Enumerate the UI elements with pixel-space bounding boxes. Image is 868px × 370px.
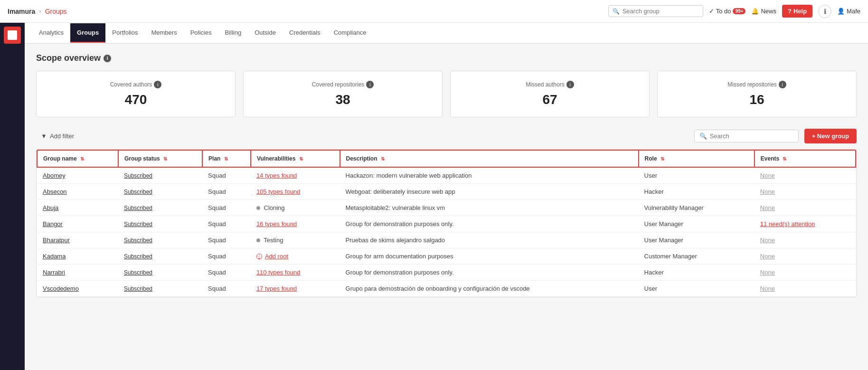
- col-role[interactable]: Role ⇅: [639, 150, 755, 167]
- groups-table: Group name ⇅ Group status ⇅ Plan ⇅ Vulne…: [36, 149, 857, 297]
- covered-authors-label: Covered authors i: [110, 81, 162, 88]
- cell-group-status: Subscribed: [118, 248, 202, 265]
- tab-billing[interactable]: Billing: [218, 23, 248, 43]
- cell-vulnerabilities: ○Add root: [251, 248, 340, 265]
- cell-description: Group for demonstration purposes only.: [340, 265, 639, 281]
- global-search-input[interactable]: [623, 8, 699, 15]
- global-search-box[interactable]: 🔍: [608, 5, 703, 17]
- tab-portfolios[interactable]: Portfolios: [105, 23, 144, 43]
- user-menu-button[interactable]: 👤 Mafe: [837, 8, 860, 15]
- status-badge[interactable]: Subscribed: [124, 253, 152, 260]
- cell-role: User: [639, 281, 755, 297]
- events-link[interactable]: None: [760, 269, 775, 276]
- cell-events: None: [755, 248, 856, 265]
- vulnerabilities-link[interactable]: 17 types found: [256, 285, 297, 292]
- col-description[interactable]: Description ⇅: [340, 150, 639, 167]
- col-group-name[interactable]: Group name ⇅: [37, 150, 118, 167]
- events-link[interactable]: None: [760, 253, 775, 260]
- status-badge[interactable]: Subscribed: [124, 221, 152, 228]
- cell-role: Hacker: [639, 265, 755, 281]
- cell-vulnerabilities: 16 types found: [251, 216, 340, 232]
- group-name-link[interactable]: Bharatpur: [43, 237, 70, 244]
- add-root-link[interactable]: ○Add root: [256, 253, 334, 260]
- groups-data-table: Group name ⇅ Group status ⇅ Plan ⇅ Vulne…: [37, 150, 856, 297]
- tab-outside[interactable]: Outside: [248, 23, 283, 43]
- current-section[interactable]: Groups: [45, 8, 67, 15]
- help-label: Help: [793, 8, 807, 15]
- table-search-input[interactable]: [710, 133, 793, 140]
- missed-authors-label: Missed authors i: [526, 81, 574, 88]
- col-vulnerabilities[interactable]: Vulnerabilities ⇅: [251, 150, 340, 167]
- new-group-button[interactable]: + New group: [804, 129, 857, 143]
- tab-policies[interactable]: Policies: [184, 23, 218, 43]
- events-link[interactable]: None: [760, 237, 775, 244]
- section-title: Scope overview i: [36, 53, 857, 63]
- sidebar-logo[interactable]: [4, 27, 21, 44]
- cell-plan: Squad: [202, 200, 251, 216]
- help-button[interactable]: ? Help: [782, 5, 812, 18]
- cell-plan: Squad: [202, 281, 251, 297]
- covered-authors-info-icon[interactable]: i: [154, 81, 161, 88]
- cell-vulnerabilities: Testing: [251, 232, 340, 248]
- missed-repos-card: Missed repositories i 16: [657, 71, 857, 117]
- events-link[interactable]: 11 need(s) attention: [760, 220, 815, 228]
- group-name-link[interactable]: Narrabri: [43, 269, 65, 276]
- top-navigation: Imamura › Groups 🔍 ✓ To do 99+ 🔔 News ? …: [0, 0, 868, 23]
- group-name-link[interactable]: Vscodedemo: [43, 285, 79, 292]
- status-badge[interactable]: Subscribed: [124, 205, 152, 211]
- vulnerabilities-link[interactable]: 110 types found: [256, 269, 301, 276]
- vulnerabilities-link[interactable]: 14 types found: [256, 172, 297, 179]
- cell-vulnerabilities: 110 types found: [251, 265, 340, 281]
- cell-group-name: Narrabri: [37, 265, 118, 281]
- sort-icon-group-name: ⇅: [80, 156, 84, 161]
- missed-authors-info-icon[interactable]: i: [566, 81, 574, 88]
- events-link[interactable]: None: [760, 188, 775, 195]
- add-filter-label: Add filter: [50, 133, 74, 140]
- cell-events: None: [755, 167, 856, 184]
- news-button[interactable]: 🔔 News: [751, 8, 776, 15]
- tab-credentials[interactable]: Credentials: [283, 23, 327, 43]
- vulnerabilities-link[interactable]: 105 types found: [256, 188, 301, 195]
- scope-overview-info-icon[interactable]: i: [104, 55, 111, 62]
- cell-plan: Squad: [202, 167, 251, 184]
- cell-group-status: Subscribed: [118, 232, 202, 248]
- tab-analytics[interactable]: Analytics: [32, 23, 70, 43]
- status-badge[interactable]: Subscribed: [124, 269, 152, 276]
- todo-button[interactable]: ✓ To do 99+: [709, 8, 746, 15]
- tab-members[interactable]: Members: [144, 23, 183, 43]
- sort-icon-group-status: ⇅: [163, 156, 167, 161]
- table-search-box[interactable]: 🔍: [694, 130, 799, 142]
- cell-vulnerabilities: 14 types found: [251, 167, 340, 184]
- status-badge[interactable]: Subscribed: [124, 237, 152, 244]
- covered-repos-info-icon[interactable]: i: [366, 81, 374, 88]
- user-icon: 👤: [837, 8, 845, 15]
- tab-groups[interactable]: Groups: [70, 23, 105, 43]
- status-badge[interactable]: Subscribed: [124, 285, 152, 292]
- tab-compliance[interactable]: Compliance: [327, 23, 373, 43]
- vulnerabilities-link[interactable]: 16 types found: [256, 220, 297, 228]
- status-badge[interactable]: Subscribed: [124, 189, 152, 195]
- group-name-link[interactable]: Kadama: [43, 253, 66, 260]
- events-link[interactable]: None: [760, 285, 775, 292]
- cell-group-name: Abuja: [37, 200, 118, 216]
- cell-events: None: [755, 200, 856, 216]
- testing-icon: [256, 238, 260, 242]
- missed-repos-info-icon[interactable]: i: [779, 81, 786, 88]
- nav-breadcrumb: Imamura › Groups: [8, 8, 67, 15]
- add-filter-button[interactable]: ▼ Add filter: [36, 130, 79, 142]
- status-badge[interactable]: Subscribed: [124, 172, 152, 179]
- group-name-link[interactable]: Bangor: [43, 220, 63, 228]
- info-button[interactable]: ℹ: [818, 5, 831, 18]
- col-group-status[interactable]: Group status ⇅: [118, 150, 202, 167]
- covered-repos-label: Covered repositories i: [312, 81, 374, 88]
- covered-repos-card: Covered repositories i 38: [243, 71, 443, 117]
- org-name[interactable]: Imamura: [8, 8, 35, 15]
- group-name-link[interactable]: Abuja: [43, 204, 58, 211]
- events-link[interactable]: None: [760, 172, 775, 179]
- col-events[interactable]: Events ⇅: [755, 150, 856, 167]
- group-name-link[interactable]: Absecon: [43, 188, 67, 195]
- group-name-link[interactable]: Abomey: [43, 172, 66, 179]
- events-link[interactable]: None: [760, 204, 775, 211]
- col-plan[interactable]: Plan ⇅: [202, 150, 251, 167]
- cell-role: User Manager: [639, 232, 755, 248]
